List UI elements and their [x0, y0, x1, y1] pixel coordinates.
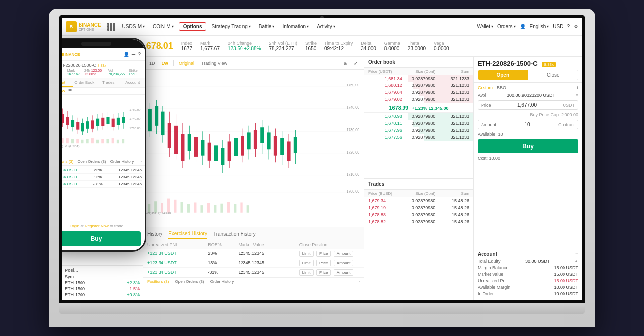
coin-m-dropdown[interactable]: COIN-M: [150, 24, 177, 29]
positions-nav-tab[interactable]: Positions (3): [147, 279, 169, 284]
strike-stat: Strike 1650: [305, 41, 317, 51]
settings-icon[interactable]: ⚙: [574, 24, 578, 29]
phone-positions-tab[interactable]: Positions (3): [62, 159, 73, 164]
svg-rect-94: [96, 119, 99, 126]
expand-toggle[interactable]: ⤢: [352, 60, 360, 66]
phone-help-icon[interactable]: ?: [138, 52, 141, 57]
amount-btn-3[interactable]: Amount: [334, 269, 354, 276]
account-menu-icon[interactable]: ≡: [575, 252, 578, 257]
phone-chart-tabs: Chart Order Book Trades Account: [62, 78, 145, 88]
svg-rect-119: [122, 139, 124, 143]
trading-view[interactable]: Trading View: [199, 60, 229, 66]
equity-toggle[interactable]: ▲: [574, 259, 578, 264]
limit-btn-2[interactable]: Limit: [299, 260, 314, 266]
english-nav[interactable]: English: [530, 24, 549, 29]
avbl-menu-icon[interactable]: ≡: [576, 93, 578, 98]
history-tab[interactable]: History: [147, 229, 162, 239]
exercised-history-tab[interactable]: Exercised History: [168, 229, 207, 239]
phone-login-link[interactable]: Login: [70, 224, 80, 228]
phone-buy-button[interactable]: Buy: [62, 231, 141, 246]
nav-right: Wallet Orders 👤 English USD ? ⚙: [477, 24, 578, 29]
amount-btn-2[interactable]: Amount: [334, 260, 354, 266]
phone-account-tab[interactable]: Account: [121, 78, 145, 87]
strategy-trading-nav[interactable]: Strategy Trading: [208, 24, 253, 29]
limit-btn-3[interactable]: Limit: [299, 269, 314, 276]
center-area: 1D 1W Original Trading View ⊞ ⤢: [143, 57, 364, 300]
order-panel-badge: 8.33x: [542, 62, 556, 67]
delta-stat: Delta 34.000: [361, 41, 376, 51]
period-1w[interactable]: 1W: [160, 60, 171, 67]
price-input[interactable]: Price 1,677.00 USDT: [478, 100, 578, 110]
ob-mid-price: 1678.99 +1.23% 12,345.00: [364, 103, 473, 113]
candlestick-chart: 1750.00 1740.00 1730.00 1720.00 1710.00 …: [143, 70, 364, 227]
gamma-stat: Gamma 8.0000: [384, 41, 400, 51]
svg-text:1750.00: 1750.00: [346, 83, 359, 87]
svg-rect-90: [86, 121, 89, 129]
activity-nav[interactable]: Activity: [314, 24, 338, 29]
svg-rect-53: [280, 138, 284, 155]
order-history-nav-tab[interactable]: Order History: [210, 279, 234, 284]
phone-order-history-tab[interactable]: Order History: [110, 159, 134, 164]
price-btn-3[interactable]: Price: [316, 269, 331, 276]
phone-account-icon[interactable]: 👤: [123, 52, 129, 57]
infomation-nav[interactable]: Infomation: [279, 24, 312, 29]
position-row-1: +123.34 USDT 23% 12345.12345 Limit Price…: [143, 249, 364, 258]
phone-chart-tab[interactable]: Chart: [62, 78, 73, 87]
bbo-option[interactable]: BBO: [497, 85, 506, 90]
svg-rect-66: [200, 205, 203, 213]
phone-menu-icon[interactable]: ☰: [131, 52, 136, 57]
price-btn-2[interactable]: Price: [316, 260, 331, 266]
battle-nav[interactable]: Battle: [256, 24, 278, 29]
phone-open-orders-tab[interactable]: Open Orders (3): [77, 159, 106, 164]
open-button[interactable]: Open: [478, 70, 528, 80]
svg-rect-115: [101, 139, 104, 143]
help-icon[interactable]: ?: [567, 24, 570, 29]
price-btn-1[interactable]: Price: [316, 251, 331, 257]
svg-rect-107: [62, 138, 64, 143]
binance-logo-icon: B: [66, 21, 77, 32]
svg-rect-43: [247, 132, 251, 149]
orders-nav[interactable]: Orders: [497, 24, 516, 29]
svg-rect-111: [81, 140, 83, 143]
buy-button[interactable]: Buy: [478, 139, 578, 153]
svg-text:1700.00: 1700.00: [346, 189, 359, 194]
period-1d[interactable]: 1D: [147, 60, 157, 67]
svg-text:1720.00: 1720.00: [346, 150, 359, 155]
phone-nav-arrow: ›: [140, 159, 142, 164]
grid-icon[interactable]: [107, 23, 115, 31]
wallet-nav[interactable]: Wallet: [477, 24, 493, 29]
account-icon[interactable]: 👤: [520, 24, 526, 29]
usds-m-dropdown[interactable]: USDS-M: [119, 24, 148, 29]
phone-period-1w[interactable]: 1W: [62, 89, 65, 93]
svg-text:1730.00: 1730.00: [129, 127, 140, 130]
close-button[interactable]: Close: [528, 70, 578, 80]
options-button[interactable]: Options: [179, 22, 207, 31]
phone-bottom-pos-nav: Positions (3) Open Orders (3) Order Hist…: [62, 158, 145, 166]
phone-orderbook-tab[interactable]: Order Book: [73, 78, 97, 87]
amount-btn-1[interactable]: Amount: [334, 251, 354, 257]
positions-table-header: Unrealized PNL ROE% Market Value Close P…: [143, 241, 364, 249]
ob-header: Price (USDT) Size (Cont) Sum: [364, 68, 473, 75]
limit-btn-1[interactable]: Limit: [299, 251, 314, 257]
svg-rect-21: [174, 126, 178, 154]
original-view[interactable]: Original: [177, 60, 196, 66]
bottom-tabs: History Exercised History Transaction Hi…: [143, 227, 364, 241]
position-section: Posi... Sym ... ETH-1500 +2.3% ETH-1500: [62, 265, 143, 300]
phone-chart-settings[interactable]: ☰: [68, 89, 72, 93]
vol-stat: 24h Vol (ETH) 78,234,227: [269, 41, 298, 51]
phone-register-link[interactable]: Register Now: [85, 224, 109, 228]
custom-option[interactable]: Custom: [478, 85, 493, 90]
ob-buy-2: 1,678.11 0.92879980 321.1233: [364, 120, 473, 127]
grid-toggle[interactable]: ⊞: [342, 60, 350, 66]
svg-rect-31: [208, 143, 211, 161]
transaction-history-tab[interactable]: Transaction History: [213, 229, 256, 239]
position-row-2: +123.34 USDT 13% 12345.12345 Limit Price…: [143, 258, 364, 268]
phone-trades-tab[interactable]: Trades: [96, 78, 121, 87]
market-value-row: Market Value 15.00 USDT: [478, 272, 578, 277]
ob-sell-4: 1,679.02 0.92879980 321.1233: [364, 96, 473, 103]
open-orders-nav-tab[interactable]: Open Orders (3): [175, 279, 204, 284]
info-icon[interactable]: ℹ: [577, 85, 578, 90]
amount-input[interactable]: Amount 10 Contract: [478, 120, 578, 129]
phone-back-button[interactable]: ‹ ETH-220826-1500-C 8.33x: [62, 63, 141, 68]
order-book-panel: Order book Price (USDT) Size (Cont) Sum …: [364, 57, 473, 300]
